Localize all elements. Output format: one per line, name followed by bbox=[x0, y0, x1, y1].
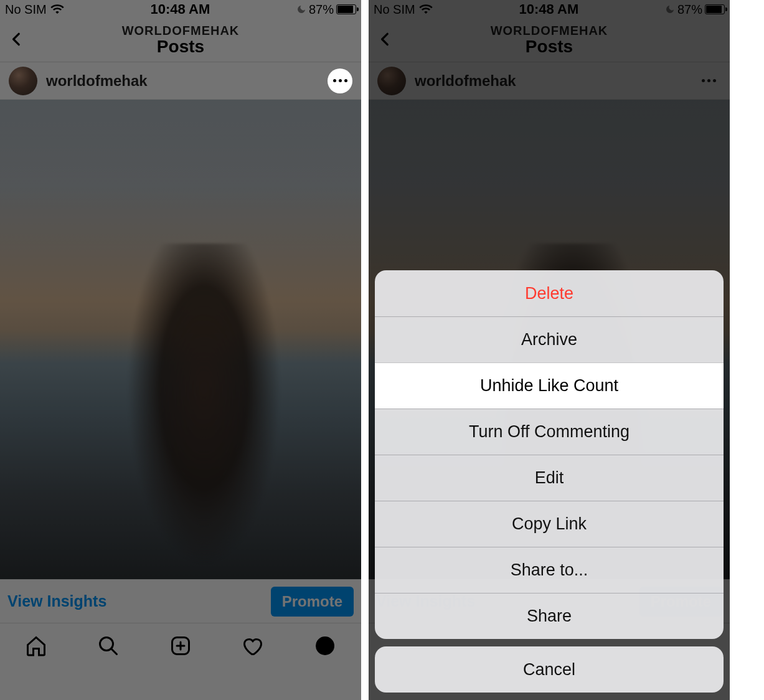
create-tab[interactable] bbox=[167, 633, 194, 659]
status-right: 87% bbox=[665, 2, 725, 17]
nav-title: Posts bbox=[122, 37, 240, 57]
action-sheet-list: Delete Archive Unhide Like Count Turn Of… bbox=[375, 270, 724, 639]
action-unhide-like-count[interactable]: Unhide Like Count bbox=[375, 362, 724, 409]
back-icon[interactable] bbox=[377, 31, 394, 50]
status-left: No SIM bbox=[374, 2, 433, 17]
back-icon[interactable] bbox=[9, 31, 25, 50]
action-turn-off-commenting[interactable]: Turn Off Commenting bbox=[375, 409, 724, 455]
phone-left-inner: No SIM 10:48 AM 87% WORLDOFMEHAK Posts bbox=[0, 0, 361, 700]
wifi-icon bbox=[50, 4, 64, 14]
battery-icon bbox=[705, 4, 725, 14]
action-cancel[interactable]: Cancel bbox=[375, 646, 724, 693]
phone-left: No SIM 10:48 AM 87% WORLDOFMEHAK Posts bbox=[0, 0, 361, 700]
home-tab[interactable] bbox=[23, 633, 49, 659]
status-time: 10:48 AM bbox=[519, 1, 578, 17]
post-image[interactable] bbox=[0, 100, 361, 579]
action-delete[interactable]: Delete bbox=[375, 270, 724, 316]
nav-header: WORLDOFMEHAK Posts bbox=[369, 19, 730, 62]
view-insights-link[interactable]: View Insights bbox=[7, 592, 106, 610]
profile-tab[interactable] bbox=[312, 633, 338, 659]
post-header: worldofmehak bbox=[369, 62, 730, 100]
status-bar: No SIM 10:48 AM 87% bbox=[0, 0, 361, 19]
more-icon bbox=[333, 79, 347, 82]
carrier-text: No SIM bbox=[5, 2, 47, 17]
wifi-icon bbox=[419, 4, 433, 14]
nav-title: Posts bbox=[491, 37, 608, 57]
insights-row: View Insights Promote bbox=[0, 579, 361, 623]
action-share-to[interactable]: Share to... bbox=[375, 547, 724, 593]
status-right: 87% bbox=[296, 2, 356, 17]
nav-subtitle: WORLDOFMEHAK bbox=[491, 24, 608, 38]
do-not-disturb-icon bbox=[296, 4, 306, 14]
do-not-disturb-icon bbox=[665, 4, 675, 14]
avatar[interactable] bbox=[377, 67, 406, 95]
action-edit[interactable]: Edit bbox=[375, 455, 724, 501]
action-copy-link[interactable]: Copy Link bbox=[375, 501, 724, 547]
battery-pct: 87% bbox=[309, 2, 334, 17]
carrier-text: No SIM bbox=[374, 2, 415, 17]
nav-header: WORLDOFMEHAK Posts bbox=[0, 19, 361, 62]
tab-bar bbox=[0, 623, 361, 668]
battery-pct: 87% bbox=[677, 2, 702, 17]
profile-icon bbox=[316, 636, 334, 655]
phone-right: No SIM 10:48 AM 87% WORLDOFMEHAK Posts bbox=[369, 0, 730, 700]
action-archive[interactable]: Archive bbox=[375, 316, 724, 362]
status-time: 10:48 AM bbox=[150, 1, 210, 17]
action-sheet: Delete Archive Unhide Like Count Turn Of… bbox=[375, 270, 724, 693]
promote-button[interactable]: Promote bbox=[271, 587, 354, 617]
more-options-button[interactable] bbox=[328, 69, 352, 93]
action-share[interactable]: Share bbox=[375, 593, 724, 639]
post-username[interactable]: worldofmehak bbox=[46, 72, 328, 90]
post-header: worldofmehak bbox=[0, 62, 361, 100]
status-left: No SIM bbox=[5, 2, 64, 17]
nav-subtitle: WORLDOFMEHAK bbox=[122, 24, 240, 38]
avatar[interactable] bbox=[9, 67, 37, 95]
more-options-button[interactable] bbox=[696, 69, 721, 93]
status-bar: No SIM 10:48 AM 87% bbox=[369, 0, 730, 19]
battery-icon bbox=[336, 4, 356, 14]
more-icon bbox=[702, 79, 716, 82]
activity-tab[interactable] bbox=[240, 633, 266, 659]
post-username[interactable]: worldofmehak bbox=[415, 72, 696, 90]
search-tab[interactable] bbox=[95, 633, 121, 659]
